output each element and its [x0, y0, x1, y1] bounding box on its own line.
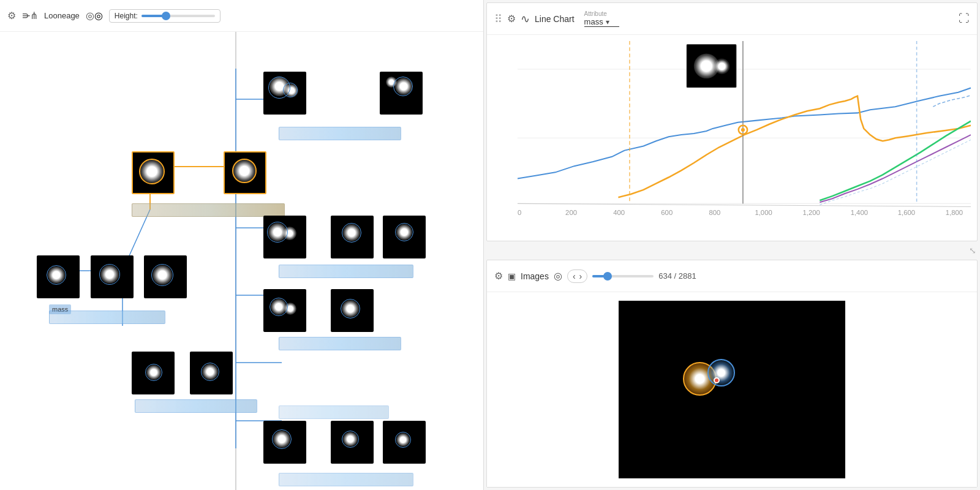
line-chart-svg: 100m 150m 200m 0 200 400 600 800 1,000 1… — [518, 41, 971, 222]
drag-handle-icon[interactable]: ⠿ — [494, 12, 502, 26]
svg-line-28 — [518, 203, 971, 206]
nav-arrows: ‹ › — [567, 270, 587, 283]
line-chart-icon: ∿ — [521, 12, 530, 26]
images-panel: ⚙ ▣ Images ◎ ‹ › 634 / 2881 — [486, 260, 978, 488]
cell-thumb-left-2[interactable] — [91, 255, 134, 298]
nav-prev-arrow[interactable]: ‹ — [571, 271, 577, 281]
lineage-canvas[interactable]: mass — [0, 32, 483, 490]
images-title: Images — [521, 271, 549, 281]
attribute-dropdown[interactable]: mass — [584, 17, 619, 27]
svg-text:600: 600 — [661, 209, 673, 216]
cell-thumb-left-1[interactable] — [37, 255, 80, 298]
cell-thumb-br3[interactable] — [383, 421, 426, 464]
nav-next-arrow[interactable]: › — [578, 271, 584, 281]
svg-text:1,000: 1,000 — [755, 209, 772, 216]
track-bar-bl2 — [279, 405, 389, 419]
looneage-label: Looneage — [44, 11, 80, 20]
cell-thumb-left-3[interactable] — [144, 255, 187, 298]
chart-fullscreen-btn[interactable]: ⛶ — [959, 12, 970, 25]
svg-text:200: 200 — [565, 209, 577, 216]
svg-text:1,400: 1,400 — [851, 209, 868, 216]
chart-title: Line Chart — [535, 14, 575, 24]
chart-panel: ⠿ ∿ Line Chart Attribute mass ⛶ 100m 150… — [486, 2, 978, 241]
fullscreen-icon: ⛶ — [959, 12, 970, 24]
left-panel: ⋔ Looneage ◎ Height: — [0, 0, 484, 490]
svg-text:400: 400 — [613, 209, 625, 216]
height-label: Height: — [115, 12, 138, 20]
images-gear-icon[interactable]: ⚙ — [494, 270, 503, 282]
svg-text:1,200: 1,200 — [803, 209, 820, 216]
images-slider[interactable] — [592, 275, 654, 277]
cell-thumb-orange-1[interactable] — [132, 151, 175, 194]
track-bar-2 — [132, 203, 285, 217]
cell-thumb-7[interactable] — [331, 289, 374, 332]
cell-thumb-bottom-l2[interactable] — [190, 352, 233, 394]
cell-thumb-2[interactable] — [380, 72, 423, 115]
chart-area: 100m 150m 200m 0 200 400 600 800 1,000 1… — [487, 35, 977, 241]
cell-thumb-3[interactable] — [263, 216, 306, 258]
track-bar-bottom — [279, 473, 413, 486]
svg-text:1,600: 1,600 — [898, 209, 915, 216]
height-slider-track[interactable] — [141, 15, 215, 17]
image-display — [619, 301, 845, 478]
track-bar-left — [49, 311, 165, 324]
images-toolbar: ⚙ ▣ Images ◎ ‹ › 634 / 2881 — [487, 260, 977, 292]
resize-icon: ⤡ — [969, 246, 976, 255]
track-bar-4 — [279, 337, 401, 350]
cell-thumb-orange-2[interactable] — [224, 151, 266, 194]
cell-thumb-6[interactable] — [263, 289, 306, 332]
svg-text:1,800: 1,800 — [946, 209, 963, 216]
track-bar-1 — [279, 127, 401, 140]
chevron-down-icon — [606, 17, 609, 26]
svg-text:800: 800 — [709, 209, 720, 216]
cell-thumb-br1[interactable] — [263, 421, 306, 464]
attribute-label: Attribute — [584, 11, 619, 17]
right-panel: ⠿ ∿ Line Chart Attribute mass ⛶ 100m 150… — [484, 0, 980, 490]
left-toolbar: ⋔ Looneage ◎ Height: — [0, 0, 483, 32]
images-target-icon[interactable]: ◎ — [554, 270, 562, 282]
svg-point-33 — [741, 128, 745, 132]
track-bar-3 — [279, 265, 413, 278]
image-count: 634 / 2881 — [658, 271, 696, 281]
chart-gear-icon[interactable] — [507, 13, 516, 24]
cell-thumb-5[interactable] — [383, 216, 426, 258]
cell-thumb-bottom-l1[interactable] — [132, 352, 175, 394]
images-content — [487, 292, 977, 487]
target-icon[interactable]: ◎ — [86, 10, 103, 21]
gear-icon[interactable] — [7, 10, 16, 21]
cell-thumb-1[interactable] — [263, 72, 306, 115]
cell-thumb-br2[interactable] — [331, 421, 374, 464]
chart-toolbar: ⠿ ∿ Line Chart Attribute mass ⛶ — [487, 3, 977, 35]
track-bar-bl — [135, 399, 257, 413]
svg-text:0: 0 — [518, 209, 521, 216]
cell-thumb-4[interactable] — [331, 216, 374, 258]
images-icon: ▣ — [508, 271, 516, 281]
resize-handle[interactable]: ⤡ — [484, 245, 980, 256]
lineage-icon: ⋔ — [22, 10, 38, 21]
height-control: Height: — [109, 9, 221, 23]
